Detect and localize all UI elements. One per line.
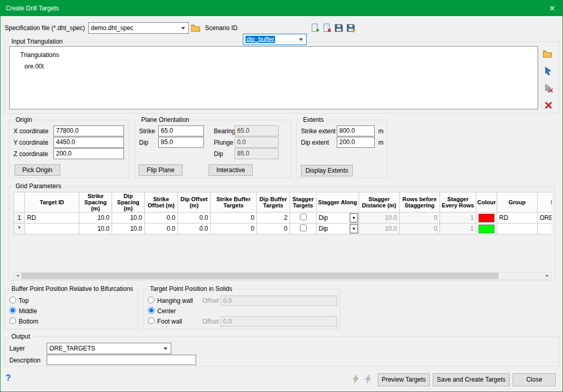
cell-group[interactable] [497,223,538,234]
radio-top[interactable] [9,297,16,303]
cell-dip-buffer[interactable]: 2 [257,213,290,223]
scrollbar-thumb[interactable] [21,273,499,279]
x-coordinate-field[interactable]: 77800.0 [53,125,124,136]
cell-colour[interactable] [476,213,497,223]
col-strike-spacing[interactable]: Strike Spacing (m) [79,192,112,213]
col-strike-offset[interactable]: Strike Offset (m) [145,192,178,213]
dip-field[interactable]: 85.0 [158,137,204,148]
radio-bottom[interactable] [9,317,16,324]
tree-item-ore[interactable]: ore.00t [24,63,44,70]
y-coordinate-field[interactable]: 4450.0 [53,137,124,148]
cell-description[interactable]: ORE [538,213,552,223]
tree-root-item[interactable]: Triangulations [20,51,59,59]
origin-title: Origin [13,116,34,123]
table-row: 1 RD 10.0 10.0 0.0 0.0 0 2 Dip▼ 10.0 0 1 [14,213,552,223]
y-coordinate-label: Y coordinate [13,139,48,146]
pick-origin-button[interactable]: Pick Origin [15,164,60,176]
close-button[interactable]: Close [513,373,556,386]
col-dip-offset[interactable]: Dip Offset (m) [178,192,211,213]
colour-swatch[interactable] [478,225,495,233]
col-strike-buffer[interactable]: Strike Buffer Targets [211,192,257,213]
z-coordinate-field[interactable]: 200.0 [53,148,124,159]
radio-middle[interactable] [9,307,16,314]
col-colour[interactable]: Colour [476,192,497,213]
delete-scenario-icon[interactable] [322,23,332,33]
dropdown-button[interactable]: ▼ [350,213,358,222]
cell-dip-spacing[interactable]: 10.0 [112,213,145,223]
interactive-button[interactable]: Interactive [209,164,253,176]
save-scenario-icon[interactable] [334,23,344,33]
plunge-label: Plunge [214,139,233,146]
cell-dip-buffer[interactable]: 0 [257,223,290,234]
cell-description[interactable] [538,223,552,234]
strike-field[interactable]: 65.0 [158,125,204,136]
bearing-label: Bearing [214,128,235,135]
dip-extent-field[interactable]: 200.0 [337,137,375,148]
close-icon[interactable]: ✕ [547,4,557,12]
open-spec-folder-icon[interactable] [191,23,200,33]
remove-all-icon[interactable] [544,101,553,110]
colour-swatch[interactable] [478,214,495,222]
scroll-left-arrow[interactable]: ◄ [14,273,21,279]
add-scenario-icon[interactable] [310,23,320,33]
cell-group[interactable]: RD [497,213,538,223]
deselect-arrow-icon[interactable] [544,83,553,93]
help-icon[interactable]: ? [6,373,11,383]
cell-strike-offset[interactable]: 0.0 [145,213,178,223]
load-triangulation-folder-icon[interactable] [543,49,552,59]
col-rows-before[interactable]: Rows before Staggering [400,192,440,213]
save-and-create-targets-button[interactable]: Save and Create Targets [433,373,510,386]
display-extents-button[interactable]: Display Extents [301,165,353,176]
cell-strike-buffer[interactable]: 0 [211,213,257,223]
preview-targets-button[interactable]: Preview Targets [378,373,430,386]
stagger-targets-checkbox[interactable] [300,214,307,220]
scroll-right-arrow[interactable]: ► [544,273,551,279]
dropdown-button[interactable]: ▼ [350,224,358,233]
col-description[interactable]: D [538,192,552,213]
cell-dip-offset[interactable]: 0.0 [178,213,211,223]
select-arrow-icon[interactable] [544,66,553,76]
strike-extent-field[interactable]: 800.0 [337,125,375,136]
layer-combobox[interactable]: ORE_TARGETS [47,343,171,354]
cell-dip-spacing[interactable]: 10.0 [112,223,145,234]
grid-table-viewport: Target ID Strike Spacing (m) Dip Spacing… [13,192,552,235]
radio-hanging-wall[interactable] [148,297,155,303]
cell-stagger-targets [290,213,317,223]
titlebar[interactable]: Create Drill Targets ✕ [1,1,562,16]
row-selector-header[interactable] [14,192,25,213]
cell-stagger-along[interactable]: Dip▼ [317,223,359,234]
row-header[interactable]: * [14,223,25,234]
chevron-down-icon [163,347,168,350]
cell-dip-offset[interactable]: 0.0 [178,223,211,234]
col-stagger-along[interactable]: Stagger Along [317,192,359,213]
cell-strike-spacing[interactable]: 10.0 [79,223,112,234]
radio-center[interactable] [148,307,155,314]
extents-title: Extents [301,116,326,123]
col-dip-buffer[interactable]: Dip Buffer Targets [257,192,290,213]
cell-strike-offset[interactable]: 0.0 [145,223,178,234]
grid-parameters-table: Target ID Strike Spacing (m) Dip Spacing… [13,192,552,234]
cell-stagger-along[interactable]: Dip▼ [317,213,359,223]
triangulation-listbox[interactable]: Triangulations ore.00t [9,46,538,109]
save-as-scenario-icon[interactable] [346,23,355,33]
col-stagger-distance[interactable]: Stagger Distance (m) [359,192,400,213]
spec-file-combobox[interactable]: demo.dht_spec [88,22,189,34]
col-group[interactable]: Group [497,192,538,213]
horizontal-scrollbar[interactable]: ◄ ► [13,272,552,279]
radio-bottom-label: Bottom [19,318,38,325]
col-dip-spacing[interactable]: Dip Spacing (m) [112,192,145,213]
chevron-down-icon [181,27,185,30]
description-field[interactable] [47,355,196,365]
cell-target-id[interactable] [25,223,79,234]
cell-strike-spacing[interactable]: 10.0 [79,213,112,223]
cell-strike-buffer[interactable]: 0 [211,223,257,234]
col-stagger-every[interactable]: Stagger Every Rows [440,192,476,213]
col-stagger-targets[interactable]: Stagger Targets [290,192,317,213]
cell-target-id[interactable]: RD [25,213,79,223]
cell-colour[interactable] [476,223,497,234]
row-header[interactable]: 1 [14,213,25,223]
radio-foot-wall[interactable] [148,317,155,324]
flip-plane-button[interactable]: Flip Plane [139,164,183,176]
col-target-id[interactable]: Target ID [25,192,79,213]
stagger-targets-checkbox[interactable] [300,225,307,231]
